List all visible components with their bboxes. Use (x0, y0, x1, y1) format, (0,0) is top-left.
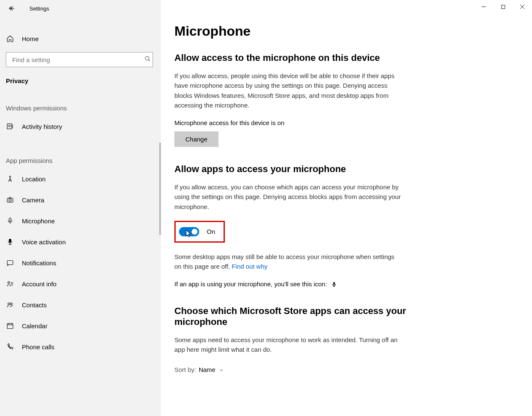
toggle-highlight: On (174, 221, 225, 243)
sidebar-item-label: Microphone (22, 217, 55, 225)
svg-point-6 (10, 176, 11, 177)
section-choose-apps-desc: Some apps need to access your microphone… (174, 335, 401, 355)
desktop-apps-note: Some desktop apps may still be able to a… (174, 252, 401, 272)
search-icon (145, 56, 151, 64)
contacts-icon (6, 301, 14, 309)
sidebar-item-camera[interactable]: Camera (0, 189, 161, 210)
svg-rect-11 (9, 239, 11, 242)
sidebar-item-notifications[interactable]: Notifications (0, 252, 161, 273)
camera-icon (6, 196, 14, 204)
device-access-status: Microphone access for this device is on (174, 119, 447, 126)
microphone-in-use-icon (331, 281, 337, 289)
calendar-icon (6, 322, 14, 330)
group-windows-permissions: Windows permissions (0, 84, 161, 116)
sidebar-item-voice-activation[interactable]: Voice activation (0, 231, 161, 252)
svg-rect-31 (501, 5, 505, 8)
sidebar: Settings Home Privacy Windows permission… (0, 0, 161, 416)
allow-apps-toggle[interactable] (179, 227, 199, 236)
account-info-icon (6, 280, 14, 288)
arrow-left-icon (8, 5, 16, 12)
sidebar-item-label: Activity history (22, 123, 62, 130)
back-button[interactable] (6, 3, 18, 14)
section-allow-apps-desc: If you allow access, you can choose whic… (174, 182, 401, 212)
notifications-icon (6, 259, 14, 267)
sidebar-item-calendar[interactable]: Calendar (0, 315, 161, 336)
svg-rect-34 (333, 282, 335, 285)
svg-rect-2 (7, 124, 12, 129)
svg-point-15 (8, 282, 10, 284)
change-button[interactable]: Change (174, 131, 219, 147)
page-title: Microphone (174, 24, 447, 39)
svg-rect-9 (9, 218, 11, 221)
location-icon (6, 175, 14, 183)
home-nav[interactable]: Home (0, 29, 161, 49)
section-allow-device-desc: If you allow access, people using this d… (174, 71, 401, 110)
svg-point-0 (145, 56, 149, 60)
sidebar-item-label: Calendar (22, 322, 47, 330)
sidebar-item-location[interactable]: Location (0, 168, 161, 189)
microphone-icon (6, 217, 14, 225)
sidebar-item-activity-history[interactable]: Activity history (0, 116, 161, 137)
sidebar-item-label: Notifications (22, 259, 56, 267)
maximize-button[interactable] (493, 0, 513, 13)
phone-icon (6, 343, 14, 351)
minimize-icon (481, 4, 486, 9)
sidebar-item-phone-calls[interactable]: Phone calls (0, 336, 161, 357)
in-use-note: If an app is using your microphone, you'… (174, 280, 447, 289)
svg-rect-14 (7, 261, 13, 265)
group-app-permissions: App permissions (0, 137, 161, 168)
toggle-state-label: On (207, 228, 215, 235)
svg-point-19 (8, 303, 10, 305)
titlebar: Settings (0, 0, 161, 17)
sort-dropdown[interactable]: Name (199, 366, 224, 373)
window-controls (474, 0, 532, 13)
sidebar-item-label: Voice activation (22, 238, 66, 246)
sidebar-item-account-info[interactable]: Account info (0, 273, 161, 294)
sidebar-item-label: Account info (22, 280, 57, 288)
close-icon (520, 4, 525, 9)
section-allow-apps-title: Allow apps to access your microphone (174, 164, 447, 175)
sidebar-item-microphone[interactable]: Microphone (0, 210, 161, 231)
home-icon (6, 34, 14, 43)
sidebar-item-label: Camera (22, 196, 44, 204)
search-input[interactable] (6, 52, 153, 67)
search-wrap (0, 52, 161, 67)
svg-line-1 (148, 60, 150, 61)
main-content: Microphone Allow access to the microphon… (161, 0, 532, 416)
activity-history-icon (6, 122, 14, 131)
svg-point-8 (9, 199, 11, 201)
toggle-knob (192, 229, 198, 235)
sort-label: Sort by: (174, 366, 196, 373)
window-title: Settings (29, 5, 49, 12)
voice-activation-icon (6, 238, 14, 246)
find-out-why-link[interactable]: Find out why (232, 263, 268, 270)
maximize-icon (501, 5, 506, 9)
chevron-down-icon (219, 368, 224, 373)
svg-point-20 (11, 303, 13, 305)
sidebar-item-contacts[interactable]: Contacts (0, 294, 161, 315)
sort-row: Sort by: Name (174, 366, 447, 373)
category-label: Privacy (0, 67, 161, 84)
home-label: Home (22, 35, 39, 42)
section-choose-apps-title: Choose which Microsoft Store apps can ac… (174, 306, 447, 327)
close-button[interactable] (513, 0, 532, 13)
sidebar-item-label: Location (22, 175, 46, 183)
sidebar-item-label: Contacts (22, 301, 47, 309)
minimize-button[interactable] (474, 0, 493, 13)
sidebar-item-label: Phone calls (22, 343, 55, 351)
svg-rect-21 (7, 324, 13, 329)
section-allow-device-title: Allow access to the microphone on this d… (174, 52, 447, 63)
